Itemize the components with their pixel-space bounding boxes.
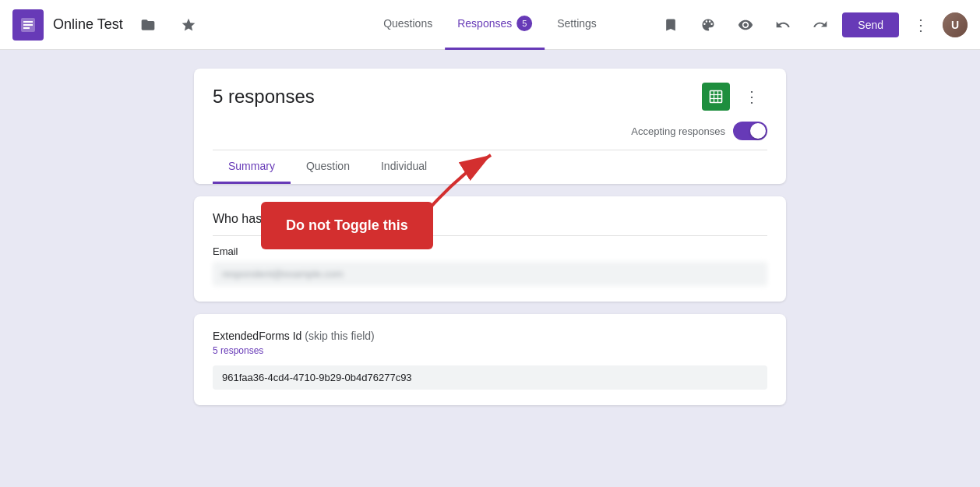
header-right: Send ⋮ U [655, 9, 968, 41]
doc-title: Online Test [53, 16, 123, 33]
bookmark-icon [663, 17, 679, 33]
folder-icon [140, 17, 156, 33]
send-button[interactable]: Send [842, 12, 899, 37]
tooltip-overlay: Do not Toggle this [261, 202, 433, 249]
more-vert-icon: ⋮ [913, 16, 929, 34]
accepting-label: Accepting responses [631, 125, 725, 137]
spreadsheet-icon [708, 89, 724, 104]
redo-icon [813, 17, 828, 33]
palette-button[interactable] [693, 9, 724, 41]
bookmark-button[interactable] [655, 9, 686, 41]
accepting-row: Accepting responses [213, 122, 767, 140]
ext-id-value: 961faa36-4cd4-4710-9b29-0b4d76277c93 [213, 365, 767, 390]
email-value: respondent@example.com [213, 262, 767, 286]
sub-tab-individual[interactable]: Individual [365, 150, 442, 184]
responses-actions: ⋮ [702, 81, 767, 112]
star-button[interactable] [173, 9, 204, 41]
extended-forms-title: ExtendedForms Id (skip this field) [213, 330, 767, 342]
tab-responses[interactable]: Responses 5 [445, 0, 545, 50]
skip-field-label: (skip this field) [305, 330, 374, 342]
main-content: 5 responses ⋮ Accepting responses [0, 50, 980, 487]
responses-header-card: 5 responses ⋮ Accepting responses [194, 69, 786, 184]
tab-questions[interactable]: Questions [371, 0, 445, 50]
folder-button[interactable] [132, 9, 164, 41]
more-vert-icon-2: ⋮ [744, 87, 760, 106]
warning-tooltip: Do not Toggle this [261, 202, 433, 249]
sub-tab-summary[interactable]: Summary [213, 150, 291, 184]
add-spreadsheet-button[interactable] [702, 83, 730, 111]
forms-icon [19, 16, 37, 34]
nav-tabs: Questions Responses 5 Settings [371, 0, 609, 50]
eye-button[interactable] [730, 9, 761, 41]
svg-rect-1 [23, 21, 33, 23]
svg-rect-3 [23, 27, 30, 29]
svg-rect-4 [710, 91, 722, 103]
more-menu-button[interactable]: ⋮ [905, 9, 936, 41]
redo-button[interactable] [805, 9, 836, 41]
ext-responses-count: 5 responses [213, 345, 767, 356]
responses-count: 5 responses [213, 86, 315, 108]
app-icon [12, 9, 44, 41]
palette-icon [700, 17, 716, 33]
sub-tabs-row: Summary Question Individual [213, 150, 767, 184]
accepting-toggle[interactable] [733, 122, 767, 140]
eye-icon [738, 17, 753, 33]
toggle-knob [750, 123, 766, 139]
more-options-button[interactable]: ⋮ [736, 81, 767, 112]
extended-forms-card: ExtendedForms Id (skip this field) 5 res… [194, 314, 786, 405]
responses-badge: 5 [516, 16, 532, 31]
tab-settings[interactable]: Settings [545, 0, 609, 50]
undo-button[interactable] [767, 9, 798, 41]
undo-icon [775, 17, 791, 33]
svg-rect-2 [23, 24, 33, 26]
avatar[interactable]: U [943, 12, 968, 37]
app-header: Online Test Questions Responses 5 Settin… [0, 0, 980, 50]
star-icon [181, 17, 196, 33]
responses-top-row: 5 responses ⋮ [213, 81, 767, 112]
sub-tab-question[interactable]: Question [291, 150, 365, 184]
